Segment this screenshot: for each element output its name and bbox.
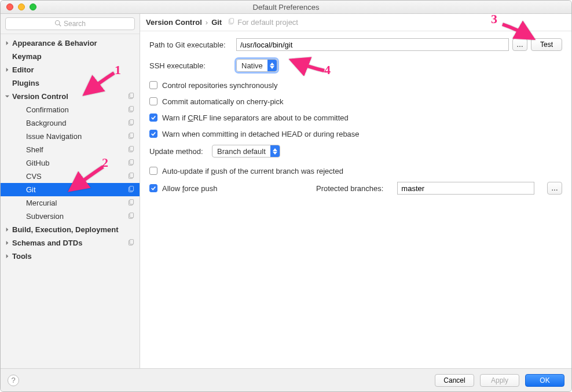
- sidebar-item-editor[interactable]: Editor: [1, 63, 140, 76]
- browse-button[interactable]: …: [512, 38, 527, 51]
- sidebar-item-version-control[interactable]: Version Control: [1, 90, 140, 103]
- copy-icon: [127, 172, 135, 181]
- sync-checkbox[interactable]: [149, 81, 157, 89]
- svg-rect-17: [130, 186, 134, 190]
- git-path-input[interactable]: [236, 38, 509, 51]
- svg-rect-7: [130, 119, 134, 124]
- copy-icon: [127, 92, 135, 101]
- detached-checkbox[interactable]: [149, 130, 157, 138]
- updown-icon: [267, 60, 277, 71]
- crlf-label: Warn if CRLF line separators are about t…: [162, 113, 349, 122]
- copy-icon: [127, 185, 135, 195]
- update-method-label: Update method:: [149, 147, 212, 156]
- copy-icon: [127, 159, 135, 168]
- sidebar-item-github[interactable]: GitHub: [1, 156, 140, 170]
- search-placeholder: Search: [64, 20, 86, 28]
- svg-point-0: [55, 20, 60, 25]
- sidebar-item-appearance-behavior[interactable]: Appearance & Behavior: [1, 36, 140, 50]
- sidebar-item-label: Version Control: [12, 92, 68, 101]
- chevron-right-icon: [4, 41, 10, 46]
- test-button[interactable]: Test: [531, 38, 562, 51]
- copy-icon: [228, 18, 235, 27]
- svg-rect-19: [130, 199, 134, 204]
- cherry-label: Commit automatically on cherry-pick: [162, 97, 284, 106]
- sidebar-item-label: CVS: [26, 172, 42, 181]
- chevron-right-icon: ›: [206, 18, 208, 27]
- ssh-label: SSH executable:: [149, 61, 236, 70]
- sidebar-item-label: Build, Execution, Deployment: [12, 225, 118, 234]
- svg-rect-11: [130, 146, 134, 151]
- sidebar-item-shelf[interactable]: Shelf: [1, 143, 140, 156]
- sidebar-item-label: Background: [26, 119, 66, 127]
- svg-rect-21: [130, 213, 134, 217]
- sidebar-item-label: Keymap: [12, 52, 42, 61]
- svg-line-1: [59, 24, 61, 26]
- svg-rect-25: [230, 18, 234, 23]
- sidebar-item-background[interactable]: Background: [1, 116, 140, 130]
- cancel-button[interactable]: Cancel: [435, 374, 474, 387]
- autoupdate-label: Auto-update if push of the current branc…: [162, 167, 343, 175]
- protected-branches-label: Protected branches:: [316, 184, 383, 193]
- svg-rect-3: [130, 93, 134, 97]
- sidebar-item-label: Subversion: [26, 212, 64, 221]
- sidebar-item-tools[interactable]: Tools: [1, 250, 140, 263]
- ok-button[interactable]: OK: [525, 374, 564, 387]
- sidebar-item-keymap[interactable]: Keymap: [1, 50, 140, 63]
- svg-rect-15: [130, 173, 134, 177]
- sidebar-item-issue-navigation[interactable]: Issue Navigation: [1, 130, 140, 143]
- chevron-right-icon: [4, 67, 10, 73]
- sidebar-item-label: Git: [26, 185, 36, 194]
- sidebar-item-confirmation[interactable]: Confirmation: [1, 103, 140, 116]
- autoupdate-checkbox[interactable]: [149, 167, 157, 175]
- sidebar-item-schemas-and-dtds[interactable]: Schemas and DTDs: [1, 236, 140, 250]
- protected-branches-browse[interactable]: …: [547, 182, 562, 195]
- svg-rect-9: [130, 133, 134, 137]
- breadcrumb-root[interactable]: Version Control: [146, 18, 202, 27]
- sidebar-item-label: Schemas and DTDs: [12, 239, 82, 247]
- breadcrumb: Version Control › Git For default projec…: [140, 14, 571, 31]
- svg-rect-5: [130, 106, 134, 111]
- sidebar-item-label: Plugins: [12, 79, 39, 87]
- copy-icon: [127, 239, 135, 248]
- search-input[interactable]: Search: [5, 17, 135, 30]
- force-push-label: Allow force push: [162, 184, 278, 193]
- chevron-right-icon: [4, 240, 10, 246]
- updown-icon: [270, 145, 280, 157]
- window-title: Default Preferences: [1, 3, 571, 12]
- update-method-select[interactable]: Branch default: [212, 145, 280, 157]
- copy-icon: [127, 199, 135, 208]
- chevron-right-icon: [4, 227, 10, 233]
- for-default-project: For default project: [228, 18, 298, 27]
- protected-branches-input[interactable]: [397, 182, 534, 195]
- sidebar-item-mercurial[interactable]: Mercurial: [1, 196, 140, 210]
- help-button[interactable]: ?: [8, 375, 19, 386]
- sidebar-item-label: Appearance & Behavior: [12, 39, 97, 47]
- titlebar: Default Preferences: [1, 1, 571, 14]
- sidebar-item-label: Tools: [12, 252, 32, 261]
- sidebar-item-git[interactable]: Git: [1, 183, 140, 196]
- copy-icon: [127, 145, 135, 155]
- sidebar-item-label: Shelf: [26, 145, 43, 154]
- sidebar-item-label: GitHub: [26, 159, 49, 167]
- settings-tree: Appearance & BehaviorKeymapEditorPlugins…: [1, 34, 140, 368]
- sync-label: Control repositories synchronously: [162, 81, 277, 90]
- force-push-checkbox[interactable]: [149, 184, 157, 192]
- copy-icon: [127, 212, 135, 221]
- sidebar-item-cvs[interactable]: CVS: [1, 170, 140, 183]
- svg-rect-13: [130, 159, 134, 164]
- crlf-checkbox[interactable]: [149, 113, 157, 122]
- apply-button[interactable]: Apply: [480, 374, 519, 387]
- copy-icon: [127, 119, 135, 128]
- sidebar-item-subversion[interactable]: Subversion: [1, 210, 140, 223]
- copy-icon: [127, 105, 135, 115]
- chevron-right-icon: [4, 254, 10, 259]
- detached-label: Warn when committing in detached HEAD or…: [162, 130, 360, 138]
- svg-rect-23: [130, 239, 134, 244]
- breadcrumb-leaf: Git: [211, 18, 222, 27]
- search-icon: [54, 20, 61, 28]
- sidebar-item-plugins[interactable]: Plugins: [1, 76, 140, 90]
- ssh-executable-select[interactable]: Native: [236, 59, 277, 72]
- sidebar-item-label: Confirmation: [26, 105, 69, 114]
- sidebar-item-build-execution-deployment[interactable]: Build, Execution, Deployment: [1, 223, 140, 236]
- cherry-checkbox[interactable]: [149, 97, 157, 105]
